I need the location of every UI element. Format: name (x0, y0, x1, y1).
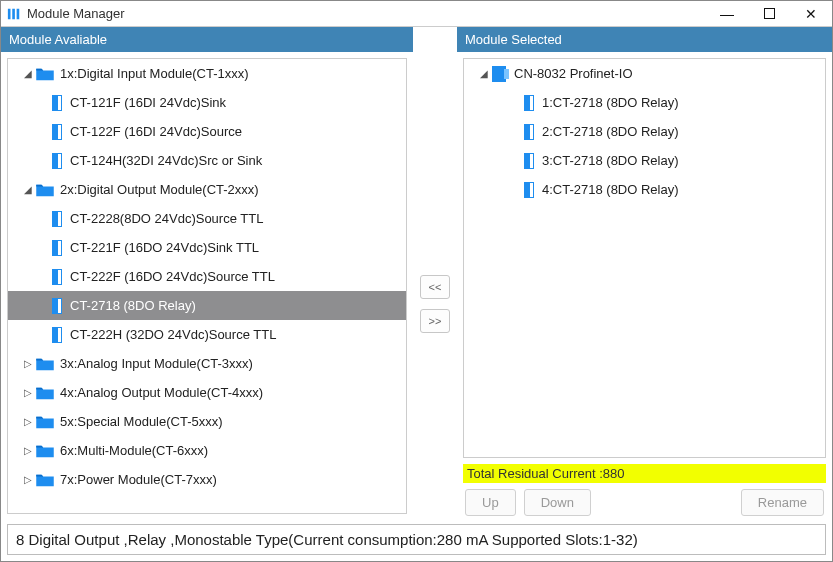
selected-item[interactable]: 4:CT-2718 (8DO Relay) (464, 175, 825, 204)
titlebar: Module Manager — ✕ (1, 1, 832, 27)
tree-module[interactable]: CT-124H(32DI 24Vdc)Src or Sink (8, 146, 406, 175)
module-icon (52, 211, 62, 227)
tree-module[interactable]: CT-222H (32DO 24Vdc)Source TTL (8, 320, 406, 349)
svg-rect-2 (17, 8, 20, 19)
tree-label: CT-124H(32DI 24Vdc)Src or Sink (70, 153, 262, 168)
tree-label: 4x:Analog Output Module(CT-4xxx) (60, 385, 263, 400)
selected-item[interactable]: 2:CT-2718 (8DO Relay) (464, 117, 825, 146)
module-icon (52, 153, 62, 169)
selected-header: Module Selected (457, 27, 832, 52)
tree-label: 3x:Analog Input Module(CT-3xxx) (60, 356, 253, 371)
up-button[interactable]: Up (465, 489, 516, 516)
tree-label: CT-221F (16DO 24Vdc)Sink TTL (70, 240, 259, 255)
tree-label: CN-8032 Profinet-IO (514, 66, 633, 81)
caret-icon: ◢ (22, 184, 34, 195)
window-title: Module Manager (27, 6, 706, 21)
svg-rect-0 (8, 8, 11, 19)
available-panel: Module Avaliable ◢1x:Digital Input Modul… (1, 27, 413, 520)
caret-icon: ◢ (22, 68, 34, 79)
tree-label: CT-2228(8DO 24Vdc)Source TTL (70, 211, 263, 226)
module-icon (524, 95, 534, 111)
tree-label: 7x:Power Module(CT-7xxx) (60, 472, 217, 487)
module-icon (52, 95, 62, 111)
rename-button[interactable]: Rename (741, 489, 824, 516)
selected-item[interactable]: 1:CT-2718 (8DO Relay) (464, 88, 825, 117)
tree-label: CT-222F (16DO 24Vdc)Source TTL (70, 269, 275, 284)
selected-root[interactable]: ◢CN-8032 Profinet-IO (464, 59, 825, 88)
tree-folder[interactable]: ◢1x:Digital Input Module(CT-1xxx) (8, 59, 406, 88)
tree-label: 6x:Multi-Module(CT-6xxx) (60, 443, 208, 458)
tree-folder[interactable]: ▷4x:Analog Output Module(CT-4xxx) (8, 378, 406, 407)
module-icon (524, 182, 534, 198)
module-icon (524, 124, 534, 140)
tree-label: 5x:Special Module(CT-5xxx) (60, 414, 223, 429)
tree-module[interactable]: CT-122F (16DI 24Vdc)Source (8, 117, 406, 146)
module-icon (524, 153, 534, 169)
tree-label: 1x:Digital Input Module(CT-1xxx) (60, 66, 249, 81)
module-icon (52, 298, 62, 314)
tree-module[interactable]: CT-2228(8DO 24Vdc)Source TTL (8, 204, 406, 233)
caret-icon: ▷ (22, 474, 34, 485)
selected-tree[interactable]: ◢CN-8032 Profinet-IO1:CT-2718 (8DO Relay… (463, 58, 826, 458)
tree-folder[interactable]: ▷5x:Special Module(CT-5xxx) (8, 407, 406, 436)
caret-icon: ▷ (22, 416, 34, 427)
selected-item[interactable]: 3:CT-2718 (8DO Relay) (464, 146, 825, 175)
selected-button-row: Up Down Rename (457, 483, 832, 520)
module-icon (52, 240, 62, 256)
tree-label: 3:CT-2718 (8DO Relay) (542, 153, 679, 168)
transfer-column: << >> (413, 27, 457, 520)
tree-module[interactable]: CT-121F (16DI 24Vdc)Sink (8, 88, 406, 117)
tree-module[interactable]: CT-221F (16DO 24Vdc)Sink TTL (8, 233, 406, 262)
close-button[interactable]: ✕ (790, 1, 832, 27)
caret-icon: ◢ (478, 68, 490, 79)
app-icon (7, 7, 21, 21)
maximize-button[interactable] (748, 1, 790, 27)
caret-icon: ▷ (22, 445, 34, 456)
available-header: Module Avaliable (1, 27, 413, 52)
selected-panel: Module Selected ◢CN-8032 Profinet-IO1:CT… (457, 27, 832, 520)
tree-label: CT-2718 (8DO Relay) (70, 298, 196, 313)
svg-rect-1 (12, 8, 15, 19)
tree-folder[interactable]: ▷6x:Multi-Module(CT-6xxx) (8, 436, 406, 465)
tree-label: 1:CT-2718 (8DO Relay) (542, 95, 679, 110)
down-button[interactable]: Down (524, 489, 591, 516)
tree-module[interactable]: CT-222F (16DO 24Vdc)Source TTL (8, 262, 406, 291)
tree-folder[interactable]: ▷3x:Analog Input Module(CT-3xxx) (8, 349, 406, 378)
residual-current-label: Total Residual Current :880 (463, 464, 826, 483)
tree-label: 2x:Digital Output Module(CT-2xxx) (60, 182, 259, 197)
module-icon (52, 269, 62, 285)
svg-rect-3 (764, 9, 774, 19)
tree-label: 4:CT-2718 (8DO Relay) (542, 182, 679, 197)
tree-label: CT-222H (32DO 24Vdc)Source TTL (70, 327, 276, 342)
tree-label: CT-121F (16DI 24Vdc)Sink (70, 95, 226, 110)
add-button[interactable]: >> (420, 309, 450, 333)
minimize-button[interactable]: — (706, 1, 748, 27)
caret-icon: ▷ (22, 358, 34, 369)
module-icon (52, 327, 62, 343)
tree-folder[interactable]: ▷7x:Power Module(CT-7xxx) (8, 465, 406, 494)
caret-icon: ▷ (22, 387, 34, 398)
description-bar: 8 Digital Output ,Relay ,Monostable Type… (7, 524, 826, 555)
available-tree[interactable]: ◢1x:Digital Input Module(CT-1xxx)CT-121F… (7, 58, 407, 514)
tree-module[interactable]: CT-2718 (8DO Relay) (8, 291, 406, 320)
tree-label: 2:CT-2718 (8DO Relay) (542, 124, 679, 139)
tree-label: CT-122F (16DI 24Vdc)Source (70, 124, 242, 139)
device-icon (492, 66, 506, 82)
tree-folder[interactable]: ◢2x:Digital Output Module(CT-2xxx) (8, 175, 406, 204)
module-icon (52, 124, 62, 140)
remove-button[interactable]: << (420, 275, 450, 299)
